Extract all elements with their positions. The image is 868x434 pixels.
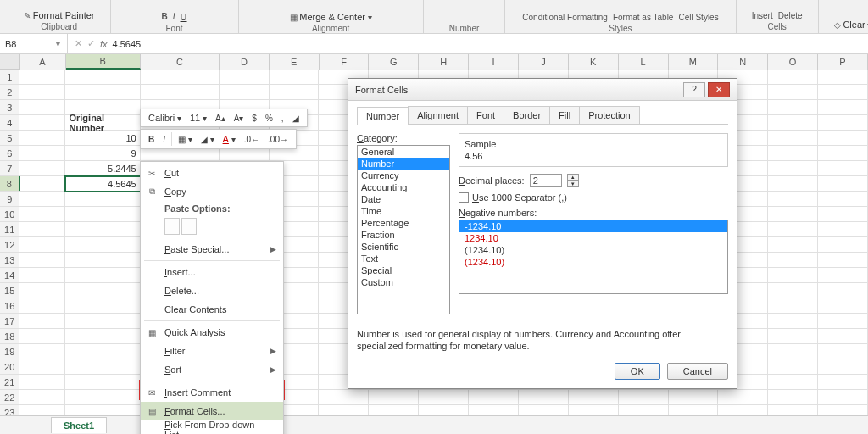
- row-header[interactable]: 21: [0, 375, 19, 389]
- row-header[interactable]: 9: [0, 192, 19, 206]
- bold-icon[interactable]: B: [146, 134, 157, 145]
- cell[interactable]: [19, 237, 65, 253]
- merge-center-button[interactable]: ▦ Merge & Center ▾: [290, 12, 372, 22]
- cell[interactable]: [65, 268, 140, 283]
- clear-button[interactable]: ◇ Clear ▾: [834, 19, 868, 30]
- col-header[interactable]: B: [66, 54, 141, 70]
- cell[interactable]: [818, 253, 868, 268]
- cell[interactable]: [419, 390, 469, 405]
- format-as-table-button[interactable]: Format as Table: [613, 13, 674, 22]
- cell[interactable]: 10: [65, 131, 140, 146]
- fx-icon[interactable]: fx: [100, 39, 108, 49]
- dialog-tab[interactable]: Border: [504, 106, 550, 124]
- cell[interactable]: [768, 222, 818, 237]
- category-item[interactable]: Accounting: [358, 181, 449, 193]
- cell[interactable]: [65, 85, 140, 100]
- cell[interactable]: [270, 85, 320, 100]
- cell[interactable]: [65, 192, 140, 207]
- cell[interactable]: [519, 390, 569, 405]
- cell[interactable]: [818, 146, 868, 161]
- cell[interactable]: [619, 390, 669, 405]
- decimal-places-input[interactable]: [530, 174, 562, 187]
- category-item[interactable]: Date: [358, 193, 449, 205]
- paint-icon[interactable]: ◢: [290, 113, 302, 124]
- paste-option-icon[interactable]: [181, 218, 197, 235]
- percent-icon[interactable]: %: [263, 113, 275, 124]
- cell[interactable]: 5.2445: [65, 161, 140, 176]
- row-header[interactable]: 1: [0, 70, 19, 84]
- negative-numbers-list[interactable]: -1234.101234.10(1234.10)(1234.10): [459, 220, 728, 294]
- cell[interactable]: [19, 253, 65, 268]
- col-header[interactable]: E: [270, 54, 320, 70]
- cell[interactable]: [669, 390, 719, 405]
- cell[interactable]: [19, 329, 65, 344]
- context-menu-item[interactable]: Filter▶: [141, 342, 283, 360]
- currency-icon[interactable]: $: [249, 113, 259, 124]
- row-header[interactable]: 19: [0, 344, 19, 359]
- dialog-tab[interactable]: Protection: [579, 106, 640, 124]
- cell[interactable]: [818, 359, 868, 375]
- cell[interactable]: [65, 329, 140, 344]
- cell[interactable]: [818, 298, 868, 314]
- cell[interactable]: [818, 207, 868, 222]
- cell[interactable]: Original Number: [65, 115, 140, 131]
- cell[interactable]: [818, 283, 868, 298]
- cell[interactable]: [818, 85, 868, 100]
- decimal-spinner[interactable]: ▲▼: [567, 174, 579, 187]
- cell[interactable]: [768, 100, 818, 115]
- cell[interactable]: [768, 207, 818, 222]
- dialog-tab[interactable]: Number: [357, 107, 409, 125]
- row-header[interactable]: 2: [0, 85, 19, 99]
- col-header[interactable]: N: [718, 54, 768, 70]
- decimal-dec-icon[interactable]: .00→: [265, 134, 291, 145]
- context-menu-item[interactable]: ✂Cut: [141, 164, 283, 182]
- ok-button[interactable]: OK: [615, 363, 660, 380]
- negative-number-option[interactable]: (1234.10): [459, 244, 727, 256]
- cell[interactable]: [19, 344, 65, 359]
- negative-number-option[interactable]: -1234.10: [459, 220, 727, 232]
- cell[interactable]: [19, 85, 65, 100]
- conditional-formatting-button[interactable]: Conditional Formatting: [522, 13, 608, 22]
- cell[interactable]: [768, 176, 818, 192]
- italic-button[interactable]: I: [173, 12, 175, 22]
- cell[interactable]: [818, 176, 868, 192]
- cell[interactable]: [19, 222, 65, 237]
- row-header[interactable]: 12: [0, 237, 19, 252]
- cell[interactable]: [141, 85, 220, 100]
- cell[interactable]: [818, 344, 868, 359]
- cell[interactable]: [220, 70, 270, 85]
- cell[interactable]: [768, 192, 818, 207]
- col-header[interactable]: M: [669, 54, 719, 70]
- cell[interactable]: [768, 375, 818, 390]
- cell[interactable]: [569, 390, 619, 405]
- cell[interactable]: [19, 207, 65, 222]
- cell[interactable]: [270, 70, 320, 85]
- border-icon[interactable]: ▦ ▾: [175, 134, 195, 145]
- decrease-font-icon[interactable]: A▾: [231, 113, 247, 124]
- row-header[interactable]: 5: [0, 131, 19, 145]
- cell[interactable]: [19, 192, 65, 207]
- col-header[interactable]: G: [369, 54, 419, 70]
- dialog-tab[interactable]: Fill: [549, 106, 580, 124]
- category-list[interactable]: GeneralNumberCurrencyAccountingDateTimeP…: [357, 145, 450, 314]
- cell[interactable]: [768, 314, 818, 329]
- cell[interactable]: [19, 283, 65, 298]
- cell[interactable]: [19, 359, 65, 375]
- col-header[interactable]: H: [419, 54, 469, 70]
- context-menu-item[interactable]: Paste Special...▶: [141, 240, 283, 259]
- context-menu[interactable]: ✂Cut⧉CopyPaste Options:Paste Special...▶…: [140, 161, 284, 434]
- cell[interactable]: [818, 237, 868, 253]
- category-item[interactable]: Text: [358, 253, 449, 264]
- cell[interactable]: [141, 70, 220, 85]
- cell[interactable]: [469, 390, 519, 405]
- category-item[interactable]: Time: [358, 205, 449, 217]
- cell[interactable]: [818, 115, 868, 131]
- col-header[interactable]: F: [320, 54, 370, 70]
- increase-font-icon[interactable]: A▴: [213, 113, 228, 124]
- thousand-separator-checkbox[interactable]: [459, 192, 469, 203]
- col-header[interactable]: J: [519, 54, 569, 70]
- row-header[interactable]: 18: [0, 329, 19, 343]
- cell[interactable]: [768, 390, 818, 405]
- col-header[interactable]: D: [220, 54, 270, 70]
- italic-icon[interactable]: I: [160, 134, 168, 145]
